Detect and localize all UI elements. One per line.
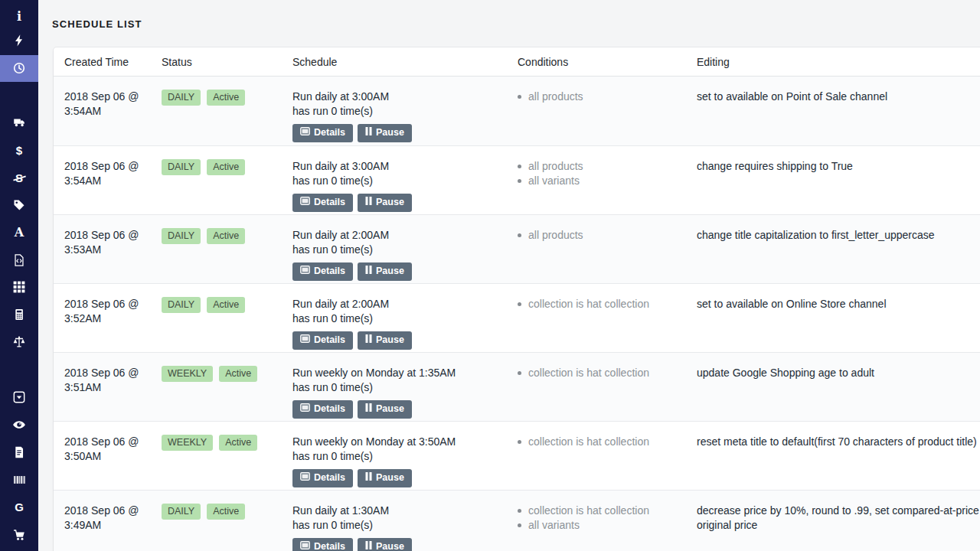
column-header-created-time: Created Time <box>64 56 162 68</box>
sidebar-item-eye[interactable] <box>0 412 38 439</box>
schedule-text: Run weekly on Monday at 3:50AM <box>292 435 505 449</box>
details-button[interactable]: Details <box>292 262 353 281</box>
status-badge: Active <box>207 504 245 520</box>
sidebar-item-file-code[interactable] <box>0 247 38 274</box>
file-code-icon <box>12 253 26 267</box>
sidebar-item-font[interactable]: A <box>0 220 38 246</box>
status-badge: Active <box>219 366 257 382</box>
created-time: 2018 Sep 06 @ 3:54AM <box>64 159 162 214</box>
sidebar-item-info[interactable]: i <box>0 4 38 31</box>
document-icon <box>12 445 26 459</box>
pause-button[interactable]: Pause <box>358 400 412 419</box>
created-time: 2018 Sep 06 @ 3:50AM <box>64 435 162 490</box>
condition-item: all variants <box>518 518 684 533</box>
sidebar-item-tag[interactable] <box>0 192 38 219</box>
sidebar-item-dollar-strike[interactable]: S <box>0 165 38 192</box>
details-button[interactable]: Details <box>292 469 353 487</box>
condition-item: all products <box>518 228 684 243</box>
details-icon <box>300 266 310 277</box>
page-title: SCHEDULE LIST <box>52 18 142 30</box>
pause-button[interactable]: Pause <box>358 331 412 350</box>
details-button[interactable]: Details <box>292 538 353 551</box>
schedule-cell: Run weekly on Monday at 1:35AMhas run 0 … <box>292 366 518 421</box>
row-actions: DetailsPause <box>292 331 505 350</box>
details-label: Details <box>314 403 345 415</box>
column-header-status: Status <box>162 56 292 68</box>
status-cell: DAILYActive <box>162 159 292 214</box>
schedule-text: Run daily at 1:30AM <box>292 504 505 518</box>
pause-button[interactable]: Pause <box>358 538 412 551</box>
editing-text: update Google Shopping age to adult <box>697 366 980 421</box>
schedule-cell: Run daily at 1:30AMhas run 0 time(s)Deta… <box>292 504 518 551</box>
frequency-badge: WEEKLY <box>162 435 213 451</box>
table-body: 2018 Sep 06 @ 3:54AMDAILYActiveRun daily… <box>54 77 980 551</box>
details-icon <box>300 472 310 484</box>
condition-item: collection is hat collection <box>518 366 684 380</box>
conditions-cell: collection is hat collection <box>518 435 697 490</box>
pause-icon <box>365 266 372 277</box>
run-count: has run 0 time(s) <box>292 380 505 395</box>
condition-item: collection is hat collection <box>518 297 684 311</box>
details-button[interactable]: Details <box>292 194 353 212</box>
details-button[interactable]: Details <box>292 331 353 350</box>
run-count: has run 0 time(s) <box>292 518 505 533</box>
status-badge: Active <box>207 159 245 175</box>
truck-icon <box>12 116 26 129</box>
schedule-cell: Run weekly on Monday at 3:50AMhas run 0 … <box>292 435 518 490</box>
condition-item: all products <box>518 90 684 104</box>
sidebar-item-grid[interactable] <box>0 274 38 301</box>
schedule-row: 2018 Sep 06 @ 3:54AMDAILYActiveRun daily… <box>54 77 980 145</box>
pause-button[interactable]: Pause <box>358 469 412 487</box>
font-icon: A <box>15 226 24 240</box>
google-icon: G <box>15 500 24 514</box>
grid-icon <box>12 280 26 294</box>
sidebar-item-document[interactable] <box>0 439 38 466</box>
eye-icon <box>12 418 26 432</box>
sidebar-item-scales[interactable] <box>0 329 38 356</box>
pause-button[interactable]: Pause <box>358 262 412 281</box>
schedule-text: Run weekly on Monday at 1:35AM <box>292 366 505 380</box>
sidebar-item-lightning[interactable] <box>0 28 38 54</box>
pause-button[interactable]: Pause <box>358 194 412 212</box>
row-actions: DetailsPause <box>292 538 505 551</box>
sidebar-item-google[interactable]: G <box>0 494 38 521</box>
sidebar-item-inbox[interactable] <box>0 384 38 411</box>
clock-icon <box>12 61 26 75</box>
column-header-schedule: Schedule <box>292 56 518 68</box>
sidebar-item-calculator[interactable] <box>0 302 38 328</box>
pause-button[interactable]: Pause <box>358 124 412 142</box>
sidebar: i$SAG <box>0 0 38 551</box>
conditions-cell: all productsall variants <box>518 159 697 214</box>
row-actions: DetailsPause <box>292 262 505 281</box>
run-count: has run 0 time(s) <box>292 311 505 326</box>
created-time: 2018 Sep 06 @ 3:53AM <box>64 228 162 283</box>
created-time: 2018 Sep 06 @ 3:54AM <box>64 90 162 145</box>
details-icon <box>300 541 310 551</box>
created-time: 2018 Sep 06 @ 3:49AM <box>64 504 162 551</box>
schedule-row: 2018 Sep 06 @ 3:53AMDAILYActiveRun daily… <box>54 214 980 283</box>
conditions-cell: collection is hat collection <box>518 366 697 421</box>
condition-item: collection is hat collection <box>518 435 684 449</box>
pause-label: Pause <box>376 266 404 277</box>
sidebar-item-truck[interactable] <box>0 109 38 136</box>
pause-icon <box>365 334 372 346</box>
frequency-badge: DAILY <box>162 228 201 244</box>
schedule-row: 2018 Sep 06 @ 3:49AMDAILYActiveRun daily… <box>54 490 980 551</box>
details-icon <box>300 127 310 139</box>
scales-icon <box>12 335 26 349</box>
sidebar-item-barcode[interactable] <box>0 467 38 494</box>
sidebar-item-cart[interactable] <box>0 522 38 549</box>
run-count: has run 0 time(s) <box>292 104 505 119</box>
condition-item: all variants <box>518 174 684 188</box>
details-button[interactable]: Details <box>292 400 353 419</box>
run-count: has run 0 time(s) <box>292 174 505 188</box>
pause-icon <box>365 197 372 208</box>
status-cell: WEEKLYActive <box>162 435 292 490</box>
sidebar-item-clock[interactable] <box>0 55 38 82</box>
sidebar-item-dollar[interactable]: $ <box>0 138 38 165</box>
row-actions: DetailsPause <box>292 124 505 142</box>
schedule-row: 2018 Sep 06 @ 3:50AMWEEKLYActiveRun week… <box>54 421 980 490</box>
conditions-cell: collection is hat collectionall variants <box>518 504 697 551</box>
schedule-row: 2018 Sep 06 @ 3:52AMDAILYActiveRun daily… <box>54 283 980 352</box>
details-button[interactable]: Details <box>292 124 353 142</box>
